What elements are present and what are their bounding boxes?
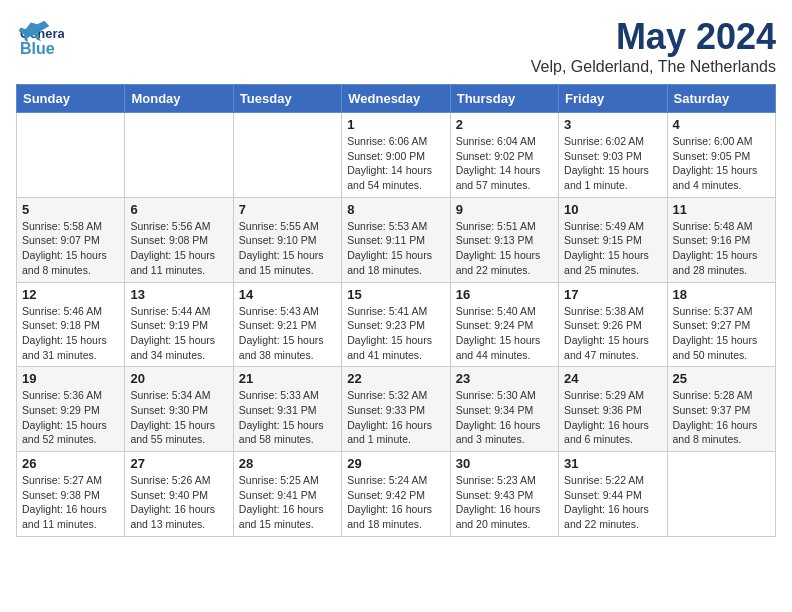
location: Velp, Gelderland, The Netherlands [531,58,776,76]
day-cell-13: 13Sunrise: 5:44 AMSunset: 9:19 PMDayligh… [125,282,233,367]
day-info: Sunrise: 5:40 AMSunset: 9:24 PMDaylight:… [456,304,553,363]
day-number: 22 [347,371,444,386]
day-number: 6 [130,202,227,217]
day-info: Sunrise: 5:29 AMSunset: 9:36 PMDaylight:… [564,388,661,447]
day-info: Sunrise: 5:27 AMSunset: 9:38 PMDaylight:… [22,473,119,532]
day-cell-17: 17Sunrise: 5:38 AMSunset: 9:26 PMDayligh… [559,282,667,367]
day-cell-14: 14Sunrise: 5:43 AMSunset: 9:21 PMDayligh… [233,282,341,367]
calendar-table: SundayMondayTuesdayWednesdayThursdayFrid… [16,84,776,537]
empty-cell [667,452,775,537]
day-cell-6: 6Sunrise: 5:56 AMSunset: 9:08 PMDaylight… [125,197,233,282]
day-cell-27: 27Sunrise: 5:26 AMSunset: 9:40 PMDayligh… [125,452,233,537]
day-number: 28 [239,456,336,471]
col-header-saturday: Saturday [667,85,775,113]
day-number: 7 [239,202,336,217]
day-cell-10: 10Sunrise: 5:49 AMSunset: 9:15 PMDayligh… [559,197,667,282]
day-info: Sunrise: 5:33 AMSunset: 9:31 PMDaylight:… [239,388,336,447]
day-info: Sunrise: 5:25 AMSunset: 9:41 PMDaylight:… [239,473,336,532]
day-info: Sunrise: 5:23 AMSunset: 9:43 PMDaylight:… [456,473,553,532]
day-info: Sunrise: 5:36 AMSunset: 9:29 PMDaylight:… [22,388,119,447]
day-info: Sunrise: 6:06 AMSunset: 9:00 PMDaylight:… [347,134,444,193]
day-number: 10 [564,202,661,217]
col-header-thursday: Thursday [450,85,558,113]
day-cell-1: 1Sunrise: 6:06 AMSunset: 9:00 PMDaylight… [342,113,450,198]
day-cell-11: 11Sunrise: 5:48 AMSunset: 9:16 PMDayligh… [667,197,775,282]
day-number: 27 [130,456,227,471]
day-number: 4 [673,117,770,132]
day-cell-19: 19Sunrise: 5:36 AMSunset: 9:29 PMDayligh… [17,367,125,452]
day-info: Sunrise: 5:49 AMSunset: 9:15 PMDaylight:… [564,219,661,278]
day-info: Sunrise: 5:34 AMSunset: 9:30 PMDaylight:… [130,388,227,447]
day-cell-25: 25Sunrise: 5:28 AMSunset: 9:37 PMDayligh… [667,367,775,452]
col-header-monday: Monday [125,85,233,113]
day-info: Sunrise: 5:53 AMSunset: 9:11 PMDaylight:… [347,219,444,278]
empty-cell [17,113,125,198]
empty-cell [125,113,233,198]
day-number: 1 [347,117,444,132]
day-info: Sunrise: 5:28 AMSunset: 9:37 PMDaylight:… [673,388,770,447]
day-cell-16: 16Sunrise: 5:40 AMSunset: 9:24 PMDayligh… [450,282,558,367]
header: General Blue May 2024 Velp, Gelderland, … [16,16,776,76]
day-number: 30 [456,456,553,471]
day-number: 2 [456,117,553,132]
day-cell-28: 28Sunrise: 5:25 AMSunset: 9:41 PMDayligh… [233,452,341,537]
day-cell-5: 5Sunrise: 5:58 AMSunset: 9:07 PMDaylight… [17,197,125,282]
day-cell-29: 29Sunrise: 5:24 AMSunset: 9:42 PMDayligh… [342,452,450,537]
day-number: 11 [673,202,770,217]
day-number: 24 [564,371,661,386]
day-info: Sunrise: 5:44 AMSunset: 9:19 PMDaylight:… [130,304,227,363]
day-number: 19 [22,371,119,386]
day-info: Sunrise: 5:32 AMSunset: 9:33 PMDaylight:… [347,388,444,447]
day-cell-7: 7Sunrise: 5:55 AMSunset: 9:10 PMDaylight… [233,197,341,282]
day-number: 21 [239,371,336,386]
day-info: Sunrise: 5:43 AMSunset: 9:21 PMDaylight:… [239,304,336,363]
day-cell-3: 3Sunrise: 6:02 AMSunset: 9:03 PMDaylight… [559,113,667,198]
day-cell-21: 21Sunrise: 5:33 AMSunset: 9:31 PMDayligh… [233,367,341,452]
day-cell-4: 4Sunrise: 6:00 AMSunset: 9:05 PMDaylight… [667,113,775,198]
header-row: SundayMondayTuesdayWednesdayThursdayFrid… [17,85,776,113]
day-info: Sunrise: 6:04 AMSunset: 9:02 PMDaylight:… [456,134,553,193]
week-row-1: 5Sunrise: 5:58 AMSunset: 9:07 PMDaylight… [17,197,776,282]
day-cell-20: 20Sunrise: 5:34 AMSunset: 9:30 PMDayligh… [125,367,233,452]
day-number: 12 [22,287,119,302]
day-info: Sunrise: 5:24 AMSunset: 9:42 PMDaylight:… [347,473,444,532]
day-cell-26: 26Sunrise: 5:27 AMSunset: 9:38 PMDayligh… [17,452,125,537]
day-cell-9: 9Sunrise: 5:51 AMSunset: 9:13 PMDaylight… [450,197,558,282]
day-number: 16 [456,287,553,302]
col-header-sunday: Sunday [17,85,125,113]
week-row-4: 26Sunrise: 5:27 AMSunset: 9:38 PMDayligh… [17,452,776,537]
logo: General Blue [16,16,64,64]
day-cell-24: 24Sunrise: 5:29 AMSunset: 9:36 PMDayligh… [559,367,667,452]
day-cell-15: 15Sunrise: 5:41 AMSunset: 9:23 PMDayligh… [342,282,450,367]
day-info: Sunrise: 5:38 AMSunset: 9:26 PMDaylight:… [564,304,661,363]
day-info: Sunrise: 5:37 AMSunset: 9:27 PMDaylight:… [673,304,770,363]
day-info: Sunrise: 5:51 AMSunset: 9:13 PMDaylight:… [456,219,553,278]
day-number: 8 [347,202,444,217]
day-cell-22: 22Sunrise: 5:32 AMSunset: 9:33 PMDayligh… [342,367,450,452]
day-info: Sunrise: 5:41 AMSunset: 9:23 PMDaylight:… [347,304,444,363]
day-cell-18: 18Sunrise: 5:37 AMSunset: 9:27 PMDayligh… [667,282,775,367]
week-row-0: 1Sunrise: 6:06 AMSunset: 9:00 PMDaylight… [17,113,776,198]
day-cell-2: 2Sunrise: 6:04 AMSunset: 9:02 PMDaylight… [450,113,558,198]
col-header-tuesday: Tuesday [233,85,341,113]
day-info: Sunrise: 5:48 AMSunset: 9:16 PMDaylight:… [673,219,770,278]
day-info: Sunrise: 5:56 AMSunset: 9:08 PMDaylight:… [130,219,227,278]
day-number: 18 [673,287,770,302]
day-number: 14 [239,287,336,302]
week-row-3: 19Sunrise: 5:36 AMSunset: 9:29 PMDayligh… [17,367,776,452]
day-cell-8: 8Sunrise: 5:53 AMSunset: 9:11 PMDaylight… [342,197,450,282]
day-number: 5 [22,202,119,217]
col-header-friday: Friday [559,85,667,113]
day-info: Sunrise: 5:30 AMSunset: 9:34 PMDaylight:… [456,388,553,447]
day-number: 13 [130,287,227,302]
day-number: 23 [456,371,553,386]
logo-icon: General Blue [16,16,64,64]
month-title: May 2024 [531,16,776,58]
svg-text:Blue: Blue [20,40,55,57]
day-info: Sunrise: 5:55 AMSunset: 9:10 PMDaylight:… [239,219,336,278]
week-row-2: 12Sunrise: 5:46 AMSunset: 9:18 PMDayligh… [17,282,776,367]
day-number: 9 [456,202,553,217]
day-info: Sunrise: 6:02 AMSunset: 9:03 PMDaylight:… [564,134,661,193]
day-cell-31: 31Sunrise: 5:22 AMSunset: 9:44 PMDayligh… [559,452,667,537]
day-number: 25 [673,371,770,386]
